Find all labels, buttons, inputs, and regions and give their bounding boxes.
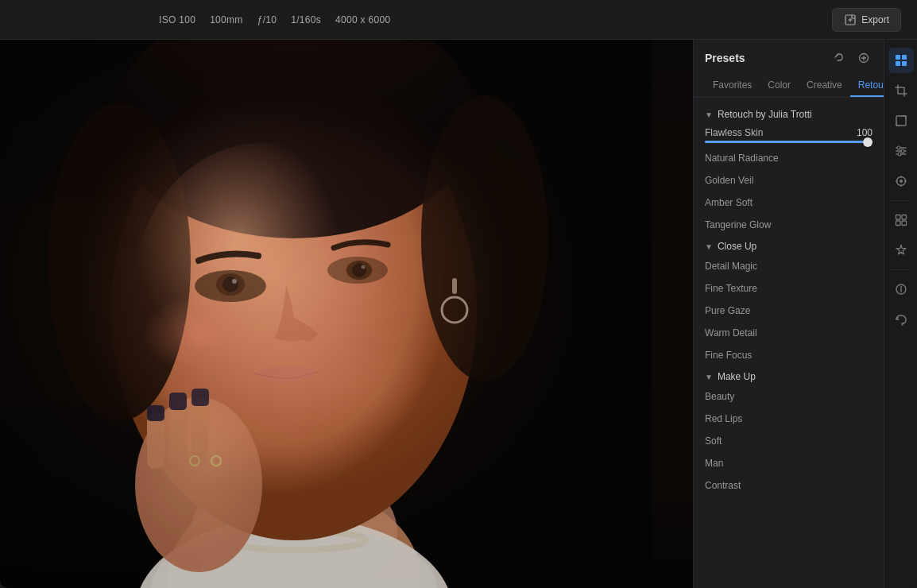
preset-fine-focus[interactable]: Fine Focus <box>694 344 884 366</box>
undo-preset-btn[interactable] <box>831 49 849 67</box>
svg-point-15 <box>222 277 238 292</box>
crop-toolbar-icon[interactable] <box>888 78 914 103</box>
portrait-svg <box>0 40 652 588</box>
tab-color[interactable]: Color <box>760 75 799 97</box>
slider-thumb[interactable] <box>863 137 873 147</box>
svg-rect-24 <box>147 405 164 421</box>
svg-rect-32 <box>452 278 457 294</box>
tab-creative[interactable]: Creative <box>799 75 850 97</box>
preset-tangerine-glow[interactable]: Tangerine Glow <box>694 214 884 236</box>
info-icon-svg <box>895 283 907 296</box>
svg-rect-26 <box>169 393 187 410</box>
photo-area[interactable] <box>0 40 693 588</box>
svg-point-19 <box>352 263 366 277</box>
preset-soft[interactable]: Soft <box>694 430 884 452</box>
toolbar-divider <box>892 200 911 201</box>
export-button[interactable]: Export <box>832 8 901 32</box>
preset-flawless-skin[interactable]: Flawless Skin 100 <box>694 123 884 147</box>
group-arrow-julia: ▼ <box>705 110 713 119</box>
preset-golden-veil[interactable]: Golden Veil <box>694 169 884 191</box>
preset-name: Fine Focus <box>705 350 752 361</box>
svg-point-11 <box>421 95 548 381</box>
retouch-toolbar-icon[interactable] <box>888 168 914 194</box>
presets-toolbar-icon[interactable] <box>888 48 914 73</box>
preset-pure-gaze[interactable]: Pure Gaze <box>694 300 884 322</box>
svg-rect-35 <box>902 55 907 60</box>
svg-rect-50 <box>902 221 907 226</box>
photo-metadata: ISO 100 100mm ƒ/10 1/160s 4000 x 6000 <box>159 14 390 25</box>
toolbar-divider-2 <box>892 269 911 270</box>
preset-name: Amber Soft <box>705 197 753 208</box>
svg-rect-25 <box>169 401 187 465</box>
adjust-toolbar-icon[interactable] <box>888 138 914 164</box>
preset-name: Detail Magic <box>705 261 757 272</box>
preset-name: Natural Radiance <box>705 153 779 164</box>
preset-slider-flawless[interactable] <box>705 141 873 143</box>
preset-name: Beauty <box>705 391 734 402</box>
photo-canvas <box>0 40 693 588</box>
tab-favorites[interactable]: Favorites <box>705 75 760 97</box>
panel-title: Presets <box>705 52 745 64</box>
svg-point-44 <box>898 153 901 156</box>
panel-header: Presets <box>694 40 884 98</box>
svg-rect-48 <box>902 215 907 220</box>
transform-toolbar-icon[interactable] <box>888 108 914 133</box>
svg-rect-47 <box>896 215 900 220</box>
adjust-icon-svg <box>895 145 907 157</box>
grid-toolbar-icon[interactable] <box>888 207 914 233</box>
svg-rect-34 <box>896 55 900 60</box>
group-title-closeup: Close Up <box>718 241 756 252</box>
svg-point-16 <box>232 279 237 284</box>
add-preset-btn[interactable] <box>855 49 873 67</box>
svg-point-42 <box>897 146 900 149</box>
shutter-speed: 1/160s <box>291 14 321 25</box>
focal-length: 100mm <box>210 14 243 25</box>
resolution: 4000 x 6000 <box>335 14 390 25</box>
app-window: ISO 100 100mm ƒ/10 1/160s 4000 x 6000 Ex… <box>0 0 917 588</box>
svg-rect-37 <box>902 61 907 66</box>
group-arrow-makeup: ▼ <box>705 373 713 381</box>
group-title-julia: Retouch by Julia Trotti <box>718 109 812 120</box>
preset-name: Golden Veil <box>705 175 753 186</box>
preset-name-flawless[interactable]: Flawless Skin <box>705 127 763 138</box>
preset-man[interactable]: Man <box>694 452 884 474</box>
group-header-julia[interactable]: ▼ Retouch by Julia Trotti <box>694 104 884 123</box>
preset-name: Red Lips <box>705 413 742 424</box>
svg-point-21 <box>143 294 254 373</box>
preset-natural-radiance[interactable]: Natural Radiance <box>694 147 884 169</box>
preset-name: Contrast <box>705 480 741 491</box>
preset-fine-texture[interactable]: Fine Texture <box>694 277 884 300</box>
export-icon <box>844 14 857 26</box>
preset-red-lips[interactable]: Red Lips <box>694 408 884 430</box>
preset-detail-magic[interactable]: Detail Magic <box>694 255 884 277</box>
svg-point-43 <box>901 149 904 153</box>
group-header-closeup[interactable]: ▼ Close Up <box>694 236 884 255</box>
preset-name: Man <box>705 458 723 469</box>
undo-icon <box>834 52 845 64</box>
svg-rect-38 <box>896 116 906 126</box>
svg-rect-36 <box>896 61 900 66</box>
retouch-icon-svg <box>895 175 907 188</box>
preset-warm-detail[interactable]: Warm Detail <box>694 322 884 344</box>
svg-rect-27 <box>192 397 209 465</box>
panel-title-icons <box>831 49 873 67</box>
preset-beauty[interactable]: Beauty <box>694 385 884 408</box>
preset-name: Pure Gaze <box>705 305 750 316</box>
preset-name: Soft <box>705 435 722 447</box>
svg-rect-49 <box>896 221 900 226</box>
presets-list[interactable]: ▼ Retouch by Julia Trotti Flawless Skin … <box>694 98 884 588</box>
star-icon-svg <box>895 244 907 257</box>
add-icon <box>858 52 869 64</box>
group-header-makeup[interactable]: ▼ Make Up <box>694 366 884 385</box>
star-toolbar-icon[interactable] <box>888 238 914 263</box>
grid-icon-svg <box>895 214 907 226</box>
group-arrow-closeup: ▼ <box>705 242 713 251</box>
preset-amber-soft[interactable]: Amber Soft <box>694 191 884 214</box>
top-bar: ISO 100 100mm ƒ/10 1/160s 4000 x 6000 Ex… <box>0 0 917 40</box>
svg-point-20 <box>362 265 366 269</box>
svg-rect-28 <box>192 389 209 406</box>
panel-title-row: Presets <box>705 49 873 67</box>
preset-contrast[interactable]: Contrast <box>694 474 884 497</box>
back-toolbar-icon[interactable] <box>888 307 914 332</box>
info-toolbar-icon[interactable] <box>888 277 914 302</box>
